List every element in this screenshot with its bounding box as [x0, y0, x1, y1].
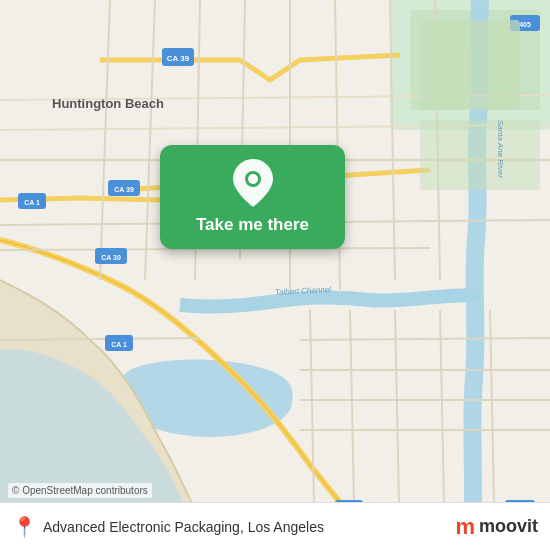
place-name: Advanced Electronic Packaging, Los Angel…	[43, 519, 324, 535]
map-container: CA 39 CA 1 CA 39 CA 30 CA 1 CA 1 CA 55 4…	[0, 0, 550, 550]
svg-text:CA 39: CA 39	[114, 186, 134, 193]
map-attribution: © OpenStreetMap contributors	[8, 483, 152, 498]
location-pin-bottom-icon: 📍	[12, 515, 37, 539]
location-pin-icon	[231, 161, 275, 205]
bottom-bar-left: 📍 Advanced Electronic Packaging, Los Ang…	[12, 515, 324, 539]
svg-text:Santa Ana River: Santa Ana River	[496, 120, 505, 178]
svg-text:Huntington Beach: Huntington Beach	[52, 96, 164, 111]
svg-text:CA 1: CA 1	[111, 341, 127, 348]
bottom-bar: 📍 Advanced Electronic Packaging, Los Ang…	[0, 502, 550, 550]
map-background: CA 39 CA 1 CA 39 CA 30 CA 1 CA 1 CA 55 4…	[0, 0, 550, 550]
take-me-there-button[interactable]: Take me there	[196, 215, 309, 235]
svg-rect-42	[420, 20, 520, 110]
svg-text:405: 405	[519, 21, 531, 28]
moovit-m-icon: m	[455, 514, 475, 540]
svg-text:CA 30: CA 30	[101, 254, 121, 261]
moovit-text: moovit	[479, 516, 538, 537]
svg-text:CA 39: CA 39	[167, 54, 190, 63]
svg-text:CA 1: CA 1	[24, 199, 40, 206]
moovit-logo: m moovit	[455, 514, 538, 540]
svg-point-48	[248, 174, 258, 184]
take-me-there-card[interactable]: Take me there	[160, 145, 345, 249]
svg-rect-43	[420, 120, 540, 190]
